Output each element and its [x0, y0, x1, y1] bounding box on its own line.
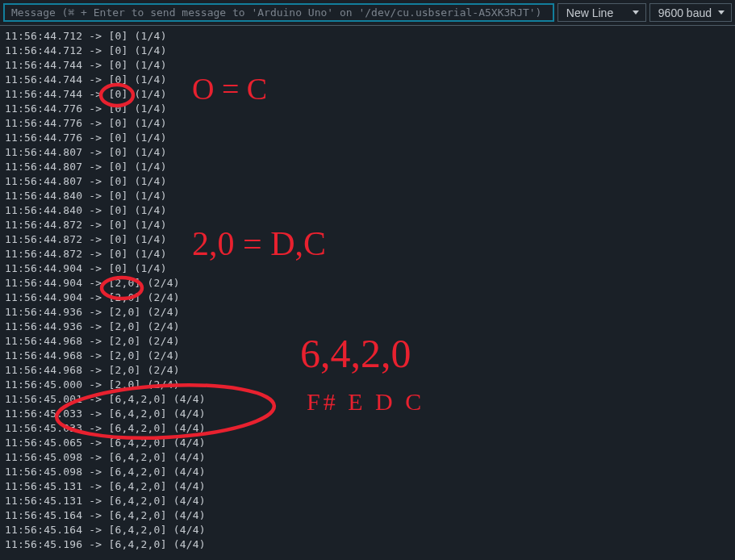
baud-rate-select[interactable]: 9600 baud	[649, 3, 732, 22]
line-ending-select[interactable]: New Line	[558, 3, 646, 22]
message-input[interactable]	[3, 3, 554, 22]
serial-output[interactable]: 11:56:44.712 -> [0] (1/4) 11:56:44.712 -…	[0, 26, 735, 555]
baud-rate-value: 9600 baud	[658, 6, 712, 19]
line-ending-value: New Line	[566, 6, 613, 19]
chevron-down-icon	[633, 10, 639, 15]
chevron-down-icon	[718, 10, 725, 15]
toolbar: New Line 9600 baud	[0, 0, 735, 26]
